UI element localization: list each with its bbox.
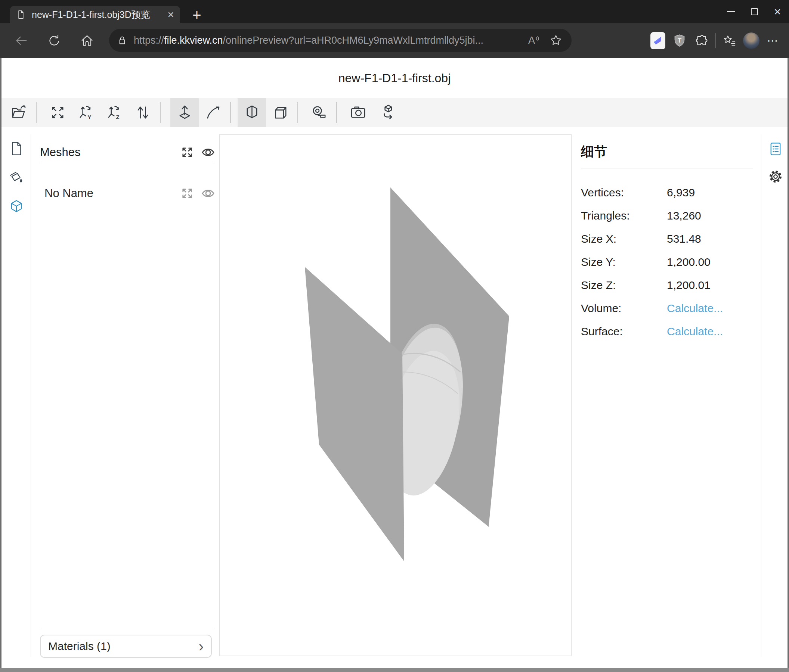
home-icon: [80, 33, 94, 48]
materials-label: Materials (1): [48, 640, 199, 653]
profile-button[interactable]: [740, 30, 762, 51]
svg-text:T: T: [678, 37, 681, 44]
read-aloud-icon: A: [528, 35, 535, 46]
puzzle-icon: [694, 33, 708, 48]
orbit-arrow-icon: [204, 104, 222, 121]
browser-window: new-F1-D1-1-first.obj3D预览 × + × https://…: [0, 0, 789, 672]
detail-value: 13,260: [667, 209, 753, 222]
rotate-y-icon: Y: [77, 104, 95, 121]
3d-model-canvas: [220, 135, 571, 656]
details-panel-header: 细节: [581, 143, 607, 161]
back-button[interactable]: [10, 30, 32, 51]
fit-to-window-button[interactable]: [43, 98, 72, 127]
close-window-button[interactable]: ×: [766, 0, 789, 23]
shield-extension-button[interactable]: T: [669, 30, 690, 51]
rail-meshes-button[interactable]: [7, 197, 26, 216]
open-file-button[interactable]: [5, 98, 33, 127]
chevron-right-icon: ›: [199, 640, 204, 652]
detail-label: Size X:: [581, 232, 667, 245]
toggle-all-visibility-eye-icon[interactable]: [201, 146, 215, 159]
export-model-button[interactable]: [372, 98, 401, 127]
read-aloud-waves-icon: [535, 35, 541, 42]
mesh-visibility-eye-icon[interactable]: [201, 187, 215, 200]
read-aloud-button[interactable]: A: [528, 35, 541, 46]
detail-label: Triangles:: [581, 209, 667, 222]
model-left-plane: [305, 267, 404, 562]
calculate-volume-link[interactable]: Calculate...: [667, 302, 753, 315]
url-text: https://file.kkview.cn/onlinePreview?url…: [134, 35, 524, 46]
tab-close-icon[interactable]: ×: [168, 9, 174, 20]
camera-icon: [349, 104, 367, 121]
minimize-button[interactable]: [720, 0, 743, 23]
viewer-toolbar: Y Z: [2, 98, 787, 127]
materials-button[interactable]: Materials (1) ›: [40, 635, 212, 658]
browser-menu-button[interactable]: ⋯: [762, 30, 784, 51]
left-rail-divider: [30, 134, 31, 657]
3d-viewport[interactable]: [219, 134, 572, 656]
detail-value: 6,939: [667, 186, 753, 199]
details-list-icon: [768, 141, 783, 157]
collections-star-icon: [722, 33, 737, 48]
set-up-vector-button[interactable]: [170, 98, 199, 127]
toolbar-separator: [336, 102, 337, 123]
rotate-y-button[interactable]: Y: [72, 98, 100, 127]
back-arrow-icon: [14, 33, 29, 48]
meshes-header-label: Meshes: [40, 146, 173, 159]
details-list-button[interactable]: [766, 139, 785, 159]
orbit-button[interactable]: [199, 98, 227, 127]
rotate-z-icon: Z: [106, 104, 123, 121]
browser-tab[interactable]: new-F1-D1-1-first.obj3D预览 ×: [10, 6, 180, 23]
perspective-icon: [243, 104, 261, 121]
browser-navbar: https://file.kkview.cn/onlinePreview?url…: [0, 23, 789, 58]
detail-value: 531.48: [667, 232, 753, 245]
detail-label: Vertices:: [581, 186, 667, 199]
new-tab-button[interactable]: +: [188, 7, 205, 23]
address-bar[interactable]: https://file.kkview.cn/onlinePreview?url…: [109, 29, 572, 52]
detail-value: 1,200.00: [667, 256, 753, 268]
paint-material-icon: [9, 170, 24, 186]
tab-title: new-F1-D1-1-first.obj3D预览: [32, 9, 163, 21]
detail-label: Size Y:: [581, 256, 667, 268]
page-title: new-F1-D1-1-first.obj: [2, 71, 787, 85]
maximize-button[interactable]: [743, 0, 766, 23]
mesh-name: No Name: [45, 187, 173, 200]
detail-label: Volume:: [581, 302, 667, 315]
rail-materials-button[interactable]: [7, 168, 26, 188]
toolbar-separator: [160, 102, 161, 123]
home-button[interactable]: [76, 30, 98, 51]
fit-mesh-icon[interactable]: [180, 187, 194, 200]
minimize-icon: [727, 11, 735, 12]
screenshot-button[interactable]: [344, 98, 372, 127]
mesh-list-item[interactable]: No Name: [40, 183, 215, 204]
more-icon: ⋯: [767, 34, 779, 47]
measure-button[interactable]: [305, 98, 333, 127]
flip-vertical-button[interactable]: [128, 98, 157, 127]
extension-strip: T ⋯: [647, 23, 789, 58]
measure-tape-icon: [310, 104, 328, 121]
materials-divider: [40, 629, 215, 629]
orthographic-cube-icon: [272, 104, 289, 121]
details-rows: Vertices: 6,939 Triangles: 13,260 Size X…: [581, 181, 753, 343]
rail-details-file-button[interactable]: [7, 139, 26, 158]
reload-button[interactable]: [43, 30, 65, 51]
kite-extension-button[interactable]: [647, 30, 669, 51]
detail-label: Surface:: [581, 325, 667, 338]
file-icon: [9, 141, 24, 156]
avatar: [743, 32, 759, 49]
cube-icon: [9, 199, 24, 214]
perspective-view-button[interactable]: [238, 98, 266, 127]
kite-extension-icon: [650, 32, 665, 49]
settings-button[interactable]: [766, 167, 785, 186]
favorite-star-icon[interactable]: [549, 33, 562, 47]
orthographic-view-button[interactable]: [266, 98, 294, 127]
close-icon: ×: [774, 6, 781, 18]
extensions-puzzle-button[interactable]: [690, 30, 712, 51]
collections-button[interactable]: [719, 30, 740, 51]
reload-icon: [47, 33, 62, 48]
window-bottom-frame: [0, 668, 789, 672]
rotate-z-button[interactable]: Z: [100, 98, 128, 127]
fit-arrows-icon: [49, 104, 67, 121]
fit-all-meshes-icon[interactable]: [180, 146, 194, 159]
calculate-surface-link[interactable]: Calculate...: [667, 325, 753, 338]
svg-text:Y: Y: [88, 114, 91, 120]
